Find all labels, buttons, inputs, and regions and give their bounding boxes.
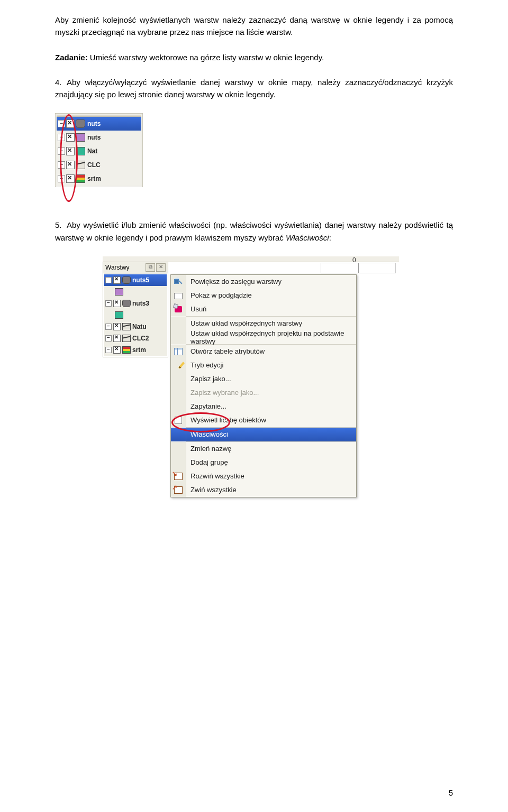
expand-toggle[interactable]: −: [58, 134, 65, 141]
menu-item[interactable]: Zapisz jako...: [171, 372, 356, 386]
visibility-checkbox[interactable]: [66, 161, 75, 169]
layer-row[interactable]: −nuts: [57, 117, 141, 131]
expand-toggle[interactable]: −: [58, 175, 65, 182]
menu-item[interactable]: Dodaj grupę: [171, 456, 356, 469]
zoom-icon: [174, 278, 183, 286]
menu-item-label: Zmień nazwę: [186, 445, 352, 453]
menu-item[interactable]: Pokaż w podglądzie: [171, 289, 356, 302]
menu-item-label: Dodaj grupę: [186, 458, 352, 466]
visibility-checkbox[interactable]: [66, 119, 75, 128]
menu-item-label: Pokaż w podglądzie: [186, 291, 352, 299]
table-icon: [174, 348, 183, 355]
menu-item[interactable]: Powiększ do zasięgu warstwy: [171, 275, 356, 289]
visibility-checkbox[interactable]: ✕: [113, 335, 121, 342]
expand-toggle[interactable]: −: [105, 324, 112, 330]
layer-panel: −nuts−nuts−Nat−CLC−srtm: [55, 113, 143, 187]
menu-item[interactable]: Zmień nazwę: [171, 442, 356, 456]
layer-row[interactable]: −Nat: [57, 144, 141, 158]
del2-icon: [175, 306, 182, 312]
layer-label: nuts: [86, 134, 101, 141]
menu-item-label: Usuń: [186, 305, 352, 313]
item4-text: Aby włączyć/wyłączyć wyświetlanie danej …: [55, 78, 453, 99]
menu-item[interactable]: Właściwości: [171, 428, 356, 441]
cb-icon: [175, 417, 182, 424]
menu-item-label: Zapytanie...: [186, 402, 352, 410]
menu-item-label: Powiększ do zasięgu warstwy: [186, 278, 352, 285]
expand-toggle[interactable]: −: [105, 300, 112, 307]
expand-toggle[interactable]: −: [105, 335, 112, 342]
visibility-checkbox[interactable]: [66, 147, 75, 155]
layer-row[interactable]: −srtm: [57, 172, 141, 186]
menu-item[interactable]: Tryb edycji: [171, 358, 356, 372]
layer-row[interactable]: −✕srtm: [104, 344, 167, 356]
expand-toggle[interactable]: −: [58, 147, 65, 155]
menu-item[interactable]: Zapytanie...: [171, 400, 356, 413]
menu-icon-gutter: [171, 386, 186, 400]
menu-item[interactable]: Usuń: [171, 302, 356, 316]
expand-toggle[interactable]: −: [58, 161, 65, 169]
menu-item-label: Zapisz jako...: [186, 375, 352, 383]
menu-item-label: Ustaw układ współrzędnych projektu na po…: [186, 329, 352, 345]
layer-symbol-icon: [122, 300, 131, 307]
list-item-4: 4.Aby włączyć/wyłączyć wyświetlanie dane…: [55, 76, 453, 101]
menu-item-label: Wyświetl liczbę obiektów: [186, 416, 352, 424]
layer-row[interactable]: −✕nuts5: [104, 274, 167, 286]
layer-label: Nat: [86, 147, 97, 155]
visibility-checkbox[interactable]: [66, 133, 75, 142]
menu-item[interactable]: Ustaw układ współrzędnych projektu na po…: [171, 330, 356, 344]
visibility-checkbox[interactable]: ✕: [113, 323, 121, 330]
expand-toggle[interactable]: −: [105, 347, 112, 353]
panel-close-button[interactable]: ✕: [156, 263, 166, 272]
visibility-checkbox[interactable]: ✕: [113, 276, 121, 284]
layer-row[interactable]: −✕Natu: [104, 321, 167, 333]
item5-italic: Właściwości: [286, 233, 329, 242]
menu-icon-gutter: [171, 358, 186, 372]
expand-toggle[interactable]: −: [58, 120, 65, 127]
layer-symbol-icon: [122, 335, 131, 342]
layer-label: nuts: [86, 120, 101, 127]
layer-label: srtm: [86, 175, 101, 182]
layer-row[interactable]: −✕nuts3: [104, 298, 167, 309]
layer-row[interactable]: −✕CLC2: [104, 333, 167, 344]
panel-pin-button[interactable]: ⧉: [146, 263, 155, 272]
menu-item: Zapisz wybrane jako...: [171, 386, 356, 400]
menu-icon-gutter: [171, 275, 186, 289]
menu-item-label: Rozwiń wszystkie: [186, 472, 352, 480]
layer-symbol-icon: [122, 276, 131, 284]
menu-item[interactable]: Zwiń wszystkie: [171, 483, 356, 497]
visibility-checkbox[interactable]: [66, 174, 75, 183]
menu-icon-gutter: [171, 345, 186, 358]
visibility-checkbox[interactable]: ✕: [113, 346, 121, 354]
item5-text: Aby wyświetlić i/lub zmienić właściwości…: [55, 220, 453, 242]
menu-icon-gutter: [171, 469, 186, 483]
screenshot-layer-panel: −nuts−nuts−Nat−CLC−srtm: [55, 113, 453, 187]
layer-row[interactable]: [104, 309, 167, 321]
task-block: Zadanie: Umieść warstwy wektorowe na gór…: [55, 51, 453, 63]
layer-symbol-icon: [76, 161, 85, 169]
menu-item[interactable]: Wyświetl liczbę obiektów: [171, 413, 356, 427]
layer-row[interactable]: [104, 286, 167, 298]
expand-toggle[interactable]: −: [105, 277, 112, 283]
menu-icon-gutter: [171, 372, 186, 386]
menu-item[interactable]: Ustaw układ współrzędnych warstwy: [171, 317, 356, 330]
menu-item-label: Zapisz wybrane jako...: [186, 389, 352, 396]
menu-icon-gutter: [171, 289, 186, 302]
layer-symbol-icon: [115, 288, 123, 296]
rect-icon: [174, 293, 183, 299]
layer-row[interactable]: −CLC: [57, 158, 141, 172]
pencil-icon: [178, 362, 185, 368]
menu-item-label: Ustaw układ współrzędnych warstwy: [186, 319, 352, 327]
layer-label: nuts5: [132, 276, 149, 284]
menu-item[interactable]: Rozwiń wszystkie: [171, 469, 356, 483]
layer-label: Natu: [132, 323, 147, 330]
layer-row[interactable]: −nuts: [57, 131, 141, 144]
visibility-checkbox[interactable]: ✕: [113, 300, 121, 307]
layer-label: CLC2: [132, 335, 149, 342]
menu-item-label: Otwórz tabelę atrybutów: [186, 347, 352, 355]
menu-item-label: Tryb edycji: [186, 361, 352, 369]
menu-item[interactable]: Otwórz tabelę atrybutów: [171, 345, 356, 358]
list-item-5: 5.Aby wyświetlić i/lub zmienić właściwoś…: [55, 219, 453, 244]
item5-number: 5.: [55, 219, 67, 231]
menu-icon-gutter: [171, 483, 186, 497]
menu-icon-gutter: [171, 456, 186, 469]
